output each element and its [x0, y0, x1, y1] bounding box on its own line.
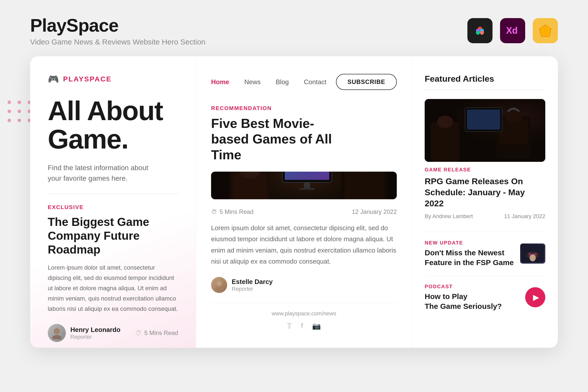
nav-contact[interactable]: Contact — [304, 78, 326, 86]
svg-rect-34 — [467, 110, 500, 130]
logo-icon: 🎮 — [48, 74, 59, 84]
game-release-label: GAME RELEASE — [425, 167, 545, 173]
middle-read-time: 5 Mins Read — [220, 208, 254, 215]
news-thumb-inner — [520, 243, 545, 264]
hero-desc: Find the latest information about your f… — [48, 163, 163, 184]
article-author-details: Estelle Darcy Reporter — [232, 278, 273, 292]
middle-clock-icon: ⏱ — [211, 208, 217, 215]
article-author-role: Reporter — [232, 286, 273, 292]
article-author-name: Estelle Darcy — [232, 278, 273, 286]
new-update-title: Don't Miss the Newest Feature in the FSP… — [425, 248, 515, 267]
svg-rect-21 — [304, 182, 310, 189]
podcast-label: PODCAST — [425, 284, 525, 289]
svg-point-24 — [217, 281, 222, 286]
left-author-role: Reporter — [70, 334, 120, 340]
left-author-details: Henry Leonardo Reporter — [70, 326, 120, 340]
article-excerpt: Lorem ipsum dolor sit amet, consectetur … — [211, 222, 397, 267]
svg-point-8 — [54, 328, 60, 334]
news-divider — [425, 232, 545, 232]
featured-article-author: By Andrew Lambert — [425, 213, 473, 220]
left-read-time-text: 5 Mins Read — [144, 329, 178, 336]
hero-title: All About Game. — [48, 96, 178, 154]
exclusive-label: EXCLUSIVE — [48, 204, 178, 211]
svg-rect-16 — [344, 172, 384, 199]
svg-point-38 — [529, 253, 531, 255]
play-button[interactable]: ▶ — [525, 287, 545, 307]
article-author-avatar — [211, 277, 227, 293]
left-article-title: The Biggest Game Company Future Roadmap — [48, 215, 178, 257]
svg-text:Xd: Xd — [506, 26, 518, 36]
svg-point-3 — [476, 31, 480, 35]
subscribe-button[interactable]: SUBSCRIBE — [336, 74, 397, 90]
podcast-text: PODCAST How to PlayThe Game Seriously? — [425, 284, 525, 311]
new-update-label: NEW UPDATE — [425, 240, 515, 246]
svg-point-39 — [534, 253, 536, 255]
left-panel: 🎮 PLAYSPACE All About Game. Find the lat… — [30, 56, 196, 348]
article-author-row: Estelle Darcy Reporter — [211, 277, 397, 293]
article-meta-row: ⏱ 5 Mins Read 12 January 2022 — [211, 208, 397, 215]
article-date: 12 January 2022 — [352, 208, 397, 215]
svg-rect-20 — [285, 172, 329, 180]
facebook-icon[interactable]: f — [301, 322, 303, 330]
nav-home[interactable]: Home — [211, 78, 229, 86]
svg-point-4 — [480, 31, 484, 35]
new-update-item: NEW UPDATE Don't Miss the Newest Feature… — [425, 240, 545, 276]
podcast-item: PODCAST How to PlayThe Game Seriously? ▶ — [425, 284, 545, 311]
xd-icon: Xd — [500, 18, 525, 43]
recommendation-label: RECOMMENDATION — [211, 105, 397, 112]
main-card: 🎮 PLAYSPACE All About Game. Find the lat… — [30, 56, 558, 348]
nav-row: Home News Blog Contact SUBSCRIBE — [211, 74, 397, 90]
left-author-row: Henry Leonardo Reporter ⏱ 5 Mins Read — [48, 324, 178, 342]
twitter-icon[interactable]: 𝕋 — [287, 322, 292, 330]
play-icon: ▶ — [533, 292, 539, 302]
svg-point-9 — [52, 335, 61, 339]
right-panel: Featured Articles — [412, 56, 558, 348]
article-footer: www.playspace.com/news 𝕋 f 📷 — [211, 303, 397, 330]
left-author-avatar — [48, 324, 66, 342]
instagram-icon[interactable]: 📷 — [312, 322, 321, 330]
featured-image — [425, 99, 545, 162]
tool-icons: Xd — [467, 18, 558, 43]
brand-title: PlaySpace — [30, 15, 206, 36]
brand-section: PlaySpace Video Game News & Reviews Webs… — [30, 15, 206, 46]
dot-grid-decoration — [8, 101, 32, 122]
sketch-icon — [533, 18, 558, 43]
featured-article-title: RPG Game Releases On Schedule: January -… — [425, 176, 545, 209]
left-author-name: Henry Leonardo — [70, 326, 120, 334]
article-image — [211, 172, 397, 199]
middle-panel: Home News Blog Contact SUBSCRIBE RECOMME… — [196, 56, 412, 348]
svg-point-25 — [215, 287, 223, 290]
nav-news[interactable]: News — [244, 78, 261, 86]
article-meta: ⏱ 5 Mins Read — [211, 208, 254, 215]
podcast-title: How to PlayThe Game Seriously? — [425, 291, 525, 311]
logo-row: 🎮 PLAYSPACE — [48, 74, 178, 84]
news-text: NEW UPDATE Don't Miss the Newest Feature… — [425, 240, 515, 267]
figma-icon — [467, 18, 493, 43]
top-bar: PlaySpace Video Game News & Reviews Webs… — [0, 0, 588, 56]
featured-title: Featured Articles — [425, 74, 545, 84]
svg-rect-22 — [299, 188, 315, 190]
social-icons: 𝕋 f 📷 — [211, 322, 397, 330]
logo-text: PLAYSPACE — [63, 75, 112, 83]
left-read-time: ⏱ 5 Mins Read — [135, 329, 178, 337]
nav-links: Home News Blog Contact — [211, 78, 326, 86]
main-article-title: Five Best Movie-based Games of All Time — [211, 116, 347, 163]
article-url: www.playspace.com/news — [211, 310, 397, 317]
svg-point-40 — [530, 254, 536, 261]
panel-divider — [48, 194, 178, 194]
left-article-body: Lorem ipsum dolor sit amet, consectetur … — [48, 263, 178, 314]
featured-divider — [425, 90, 545, 90]
featured-article-meta: By Andrew Lambert 11 January 2022 — [425, 213, 545, 220]
news-thumbnail — [520, 243, 545, 264]
left-author-info: Henry Leonardo Reporter — [48, 324, 120, 342]
brand-subtitle: Video Game News & Reviews Website Hero S… — [30, 38, 206, 46]
clock-icon: ⏱ — [135, 329, 142, 337]
svg-point-32 — [437, 116, 453, 128]
featured-article-date: 11 January 2022 — [504, 213, 545, 220]
nav-blog[interactable]: Blog — [276, 78, 289, 86]
